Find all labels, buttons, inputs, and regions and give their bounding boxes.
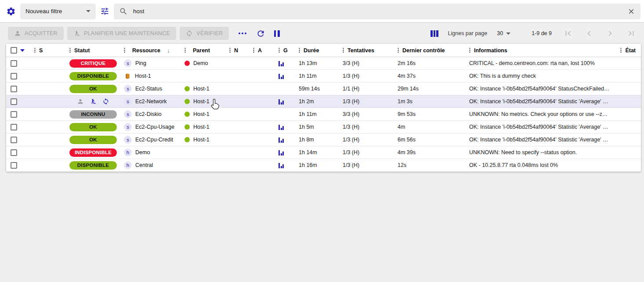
next-page-button[interactable] <box>605 29 615 38</box>
table-row[interactable]: INCONNUsEc2-DiskioHost-11h 11m3/3 (H)9m … <box>6 108 641 121</box>
table-row[interactable]: DISPONIBLEhCentral1h 16m1/3 (H)12sOK - 1… <box>6 159 641 172</box>
duration-value: 1h 2m <box>299 98 314 105</box>
cell-parent[interactable]: Host-1 <box>181 108 226 120</box>
column-label: N <box>234 47 238 54</box>
selection-options-caret-icon[interactable] <box>20 49 25 52</box>
cell-parent[interactable]: Demo <box>181 57 226 69</box>
row-checkbox[interactable] <box>11 111 17 118</box>
column-header-informations[interactable]: Informations <box>458 44 610 57</box>
actions-toolbar: ACQUITTER PLANIFIER UNE MAINTENANCE VÉRI… <box>0 23 644 44</box>
cell-select <box>6 121 31 133</box>
settings-gear-icon[interactable] <box>6 7 16 16</box>
cell-resource[interactable]: hDemo <box>120 146 181 159</box>
chevron-down-icon <box>506 33 510 35</box>
refresh-icon[interactable] <box>256 29 265 38</box>
acknowledged-icon[interactable] <box>77 98 84 105</box>
search-value: host <box>133 8 622 14</box>
cell-graph <box>273 134 295 146</box>
drag-handle-icon <box>279 47 280 53</box>
clear-search-icon[interactable] <box>627 7 635 15</box>
table-row[interactable]: DISPONIBLEHost-11h 11m1/3 (H)4m 37sOK: T… <box>6 70 641 83</box>
table-row[interactable]: OKsEc2-Cpu-CreditHost-11h 8m1/3 (H)6m 56… <box>6 134 641 146</box>
bar-chart-icon[interactable] <box>279 163 284 168</box>
cell-resource[interactable]: sEc2-Status <box>120 83 181 95</box>
bar-chart-icon[interactable] <box>279 99 284 105</box>
table-row[interactable]: CRITIQUEsPingDemo1h 13m3/3 (H)2m 16sCRIT… <box>6 57 641 70</box>
row-checkbox[interactable] <box>11 86 17 92</box>
column-header-s[interactable]: S <box>31 44 66 57</box>
row-checkbox[interactable] <box>11 60 17 67</box>
tries-value: 1/3 (H) <box>343 149 359 155</box>
last-page-button[interactable] <box>626 29 636 38</box>
verifier-button[interactable]: VÉRIFIER <box>180 27 229 40</box>
status-badge: CRITIQUE <box>69 59 117 68</box>
cell-resource[interactable]: Host-1 <box>120 70 181 82</box>
cell-acknowledgement <box>250 121 273 133</box>
column-label: Ressource <box>132 47 160 54</box>
previous-page-button[interactable] <box>584 29 594 38</box>
column-header-dernier[interactable]: Dernier contrôle <box>394 44 458 57</box>
bar-chart-icon[interactable] <box>279 124 284 130</box>
bar-chart-icon[interactable] <box>279 137 284 143</box>
more-actions-button[interactable] <box>238 33 247 34</box>
cell-resource[interactable]: hCentral <box>120 159 181 171</box>
lines-per-page-select[interactable]: 30 <box>497 30 510 36</box>
search-input[interactable]: host <box>114 4 640 19</box>
row-checkbox[interactable] <box>11 73 17 80</box>
drag-handle-icon <box>253 47 254 53</box>
column-header-n[interactable]: N <box>226 44 250 57</box>
cell-state <box>610 70 641 82</box>
bar-chart-icon[interactable] <box>279 150 284 155</box>
cell-resource[interactable]: sEc2-Cpu-Usage <box>120 121 181 133</box>
column-header-parent[interactable]: Parent <box>181 44 226 57</box>
cell-parent[interactable]: Host-1 <box>181 83 226 95</box>
acquitter-button[interactable]: ACQUITTER <box>8 27 64 40</box>
column-header-etat[interactable]: État <box>610 44 641 57</box>
cell-parent[interactable]: Host-1 <box>181 134 226 146</box>
table-row[interactable]: OKsEc2-StatusHost-159m 14s1/1 (H)29m 14s… <box>6 83 641 95</box>
drag-handle-icon <box>469 47 470 53</box>
cell-resource[interactable]: sEc2-Cpu-Credit <box>120 134 181 146</box>
column-label: Statut <box>74 47 90 54</box>
cell-tries: 3/3 (H) <box>339 108 394 120</box>
column-header-g[interactable]: G <box>273 44 295 57</box>
cell-parent[interactable]: Host-1 <box>181 121 226 133</box>
column-header-duree[interactable]: Durée <box>295 44 339 57</box>
column-header-statut[interactable]: Statut <box>66 44 120 57</box>
cell-resource[interactable]: sEc2-Network <box>120 95 181 108</box>
row-checkbox[interactable] <box>11 149 17 156</box>
cell-resource[interactable]: sPing <box>120 57 181 69</box>
parent-status-dot <box>185 86 190 91</box>
table-row[interactable]: OKsEc2-Cpu-UsageHost-11h 5m1/3 (H)4mOK: … <box>6 121 641 134</box>
edit-columns-icon[interactable] <box>431 30 438 37</box>
select-all-checkbox[interactable] <box>11 47 17 54</box>
column-header-tentatives[interactable]: Tentatives <box>339 44 394 57</box>
cell-state <box>610 134 641 146</box>
bar-chart-icon[interactable] <box>279 73 284 79</box>
pause-icon[interactable] <box>274 30 280 37</box>
row-checkbox[interactable] <box>11 137 17 143</box>
maintenance-icon[interactable] <box>90 98 97 105</box>
filter-select[interactable]: Nouveau filtre <box>20 4 96 19</box>
column-header-ressource[interactable]: Ressource↓ <box>120 44 181 57</box>
pagination-bar: Lignes par page 30 1-9 de 9 <box>431 29 636 38</box>
last-check-value: 29m 14s <box>398 86 419 92</box>
tries-value: 1/1 (H) <box>343 86 359 92</box>
planifier-maintenance-button[interactable]: PLANIFIER UNE MAINTENANCE <box>67 27 176 40</box>
table-row[interactable]: INDISPONIBLEhDemo1h 14m1/3 (H)4m 39sUNKN… <box>6 146 641 159</box>
row-checkbox[interactable] <box>11 98 17 105</box>
cell-last-check: 6m 56s <box>394 134 458 146</box>
advanced-filters-icon[interactable] <box>100 7 109 16</box>
information-text: OK: Instance 'i-0b54bd2f54af90064' Stati… <box>469 137 610 143</box>
cell-tries: 1/3 (H) <box>339 95 394 108</box>
column-header-a[interactable]: A <box>250 44 273 57</box>
cell-parent[interactable]: Host-1 <box>181 95 226 108</box>
row-checkbox[interactable] <box>11 162 17 169</box>
row-checkbox[interactable] <box>11 124 17 130</box>
sync-icon[interactable] <box>102 98 109 105</box>
bar-chart-icon[interactable] <box>279 61 284 66</box>
cell-resource[interactable]: sEc2-Diskio <box>120 108 181 120</box>
first-page-button[interactable] <box>563 29 573 38</box>
table-row[interactable]: sEc2-NetworkHost-11h 2m1/3 (H)1m 3sOK: I… <box>6 95 641 108</box>
sort-desc-icon: ↓ <box>167 47 170 54</box>
